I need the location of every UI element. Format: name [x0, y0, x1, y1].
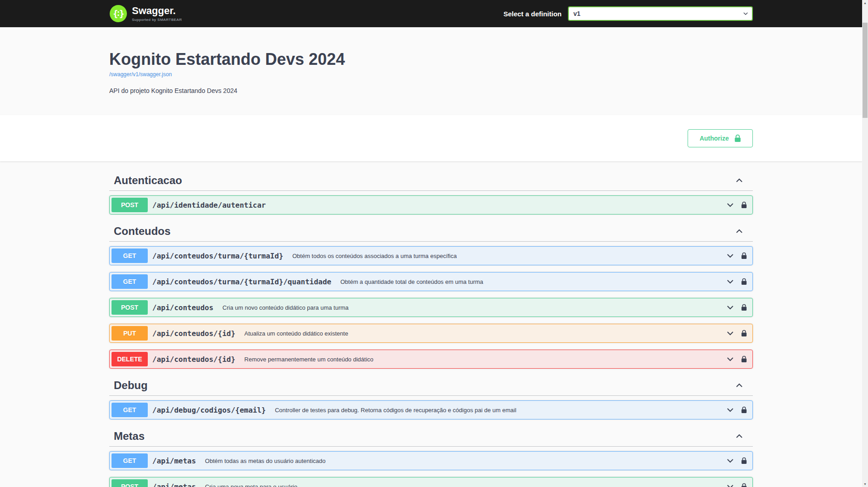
operation-path: /api/conteudos/turma/{turmaId} — [148, 252, 288, 260]
method-badge: POST — [112, 300, 148, 315]
section-title: Autenticacao — [114, 175, 182, 186]
section-title: Metas — [114, 431, 145, 442]
lock-icon[interactable] — [741, 356, 747, 363]
chevron-down-icon[interactable] — [726, 405, 735, 414]
brand-text: Swagger. Supported by SMARTBEAR — [132, 6, 182, 22]
operation-row[interactable]: PUT /api/conteudos/{id} Atualiza um cont… — [109, 324, 753, 343]
section-header[interactable]: Conteudos — [109, 221, 753, 242]
operation-controls — [726, 329, 751, 338]
operation-controls — [726, 482, 751, 487]
chevron-up-icon[interactable] — [735, 432, 744, 441]
api-description: API do projeto Kognito Estartando Devs 2… — [109, 87, 753, 94]
operation-row[interactable]: GET /api/conteudos/turma/{turmaId} Obtém… — [109, 246, 753, 265]
vertical-scrollbar[interactable]: ▲ ▼ — [862, 0, 868, 487]
operation-path: /api/conteudos/{id} — [148, 329, 240, 338]
method-badge: PUT — [112, 326, 148, 341]
page: { } Swagger. Supported by SMARTBEAR Sele… — [0, 0, 862, 487]
authorize-button-label: Authorize — [699, 135, 729, 141]
lock-icon[interactable] — [741, 330, 747, 337]
section-operations: GET /api/conteudos/turma/{turmaId} Obtém… — [109, 242, 753, 369]
section-operations: GET /api/debug/codigos/{email} Controlle… — [109, 396, 753, 419]
method-badge: GET — [112, 274, 148, 289]
lock-icon[interactable] — [741, 304, 747, 311]
operation-description: Cria uma nova meta para o usuário — [200, 483, 726, 487]
topbar: { } Swagger. Supported by SMARTBEAR Sele… — [0, 0, 862, 27]
chevron-down-icon[interactable] — [726, 482, 735, 487]
chevron-down-icon[interactable] — [726, 251, 735, 260]
scrollbar-thumb[interactable] — [863, 23, 868, 118]
definition-select[interactable]: v1 — [568, 6, 753, 21]
swagger-logo-icon: { } — [109, 5, 127, 23]
operation-row[interactable]: GET /api/metas Obtém todas as metas do u… — [109, 451, 753, 470]
chevron-down-icon[interactable] — [726, 303, 735, 312]
operation-path: /api/conteudos/{id} — [148, 355, 240, 364]
authorize-button[interactable]: Authorize — [688, 129, 753, 147]
operation-row[interactable]: GET /api/debug/codigos/{email} Controlle… — [109, 400, 753, 419]
operation-description: Obtém a quantidade total de conteúdos em… — [336, 278, 726, 285]
tag-section: Conteudos GET /api/conteudos/turma/{turm… — [109, 221, 753, 369]
chevron-up-icon[interactable] — [735, 227, 744, 236]
padlock-icon — [734, 134, 741, 142]
chevron-down-icon[interactable] — [726, 200, 735, 209]
operation-controls — [726, 405, 751, 414]
section-header[interactable]: Debug — [109, 375, 753, 396]
scheme-container: Authorize — [0, 115, 862, 161]
spec-json-link[interactable]: /swagger/v1/swagger.json — [109, 71, 172, 78]
method-badge: GET — [112, 248, 148, 263]
section-operations: POST /api/identidade/autenticar — [109, 191, 753, 214]
operation-controls — [726, 200, 751, 209]
brand-subtitle: Supported by SMARTBEAR — [132, 18, 182, 22]
definition-select-wrap: v1 — [568, 6, 753, 21]
method-badge: GET — [112, 403, 148, 417]
swagger-brand-link[interactable]: { } Swagger. Supported by SMARTBEAR — [109, 5, 182, 23]
scrollbar-up-arrow-icon[interactable]: ▲ — [862, 0, 868, 6]
operation-row[interactable]: POST /api/conteudos Cria um novo conteúd… — [109, 298, 753, 317]
section-header[interactable]: Metas — [109, 426, 753, 447]
operation-path: /api/metas — [148, 482, 200, 487]
operation-description: Cria um novo conteúdo didático para uma … — [218, 304, 726, 311]
chevron-up-icon[interactable] — [735, 176, 744, 185]
operation-description: Obtém todos os conteúdos associados a um… — [288, 253, 726, 259]
info-section: Kognito Estartando Devs 2024 /swagger/v1… — [0, 50, 862, 94]
operation-controls — [726, 251, 751, 260]
tag-section: Metas GET /api/metas Obtém todas as meta… — [109, 426, 753, 487]
lock-icon[interactable] — [741, 201, 747, 209]
operation-description: Remove permanentemente um conteúdo didát… — [240, 356, 726, 363]
svg-text:{: { — [113, 9, 118, 19]
definition-picker: Select a definition v1 — [504, 6, 753, 21]
operation-row[interactable]: POST /api/metas Cria uma nova meta para … — [109, 477, 753, 487]
method-badge: GET — [112, 453, 148, 468]
method-badge: POST — [112, 479, 148, 487]
lock-icon[interactable] — [741, 457, 747, 464]
chevron-up-icon[interactable] — [735, 381, 744, 390]
operation-row[interactable]: DELETE /api/conteudos/{id} Remove perman… — [109, 350, 753, 369]
lock-icon[interactable] — [741, 406, 747, 414]
section-header[interactable]: Autenticacao — [109, 170, 753, 191]
chevron-down-icon[interactable] — [726, 355, 735, 364]
chevron-down-icon[interactable] — [726, 277, 735, 286]
scrollbar-down-arrow-icon[interactable]: ▼ — [862, 481, 868, 487]
operation-row[interactable]: POST /api/identidade/autenticar — [109, 195, 753, 214]
operation-controls — [726, 456, 751, 465]
section-title: Debug — [114, 380, 148, 391]
tag-section: Autenticacao POST /api/identidade/autent… — [109, 170, 753, 214]
operations-list: Autenticacao POST /api/identidade/autent… — [100, 161, 762, 487]
method-badge: POST — [112, 198, 148, 212]
lock-icon[interactable] — [741, 252, 747, 259]
operation-path: /api/identidade/autenticar — [148, 201, 270, 209]
operation-description: Atualiza um conteúdo didático existente — [240, 330, 726, 337]
section-operations: GET /api/metas Obtém todas as metas do u… — [109, 447, 753, 487]
topbar-wrapper: { } Swagger. Supported by SMARTBEAR Sele… — [100, 5, 762, 23]
lock-icon[interactable] — [741, 483, 747, 487]
lock-icon[interactable] — [741, 278, 747, 285]
operation-path: /api/conteudos/turma/{turmaId}/quantidad… — [148, 278, 336, 286]
operation-controls — [726, 277, 751, 286]
operation-row[interactable]: GET /api/conteudos/turma/{turmaId}/quant… — [109, 272, 753, 291]
page-title: Kognito Estartando Devs 2024 — [109, 50, 753, 68]
section-title: Conteudos — [114, 226, 170, 237]
operation-description: Obtém todas as metas do usuário autentic… — [200, 458, 726, 464]
operation-path: /api/debug/codigos/{email} — [148, 406, 270, 414]
chevron-down-icon[interactable] — [726, 456, 735, 465]
operation-path: /api/conteudos — [148, 303, 218, 312]
chevron-down-icon[interactable] — [726, 329, 735, 338]
